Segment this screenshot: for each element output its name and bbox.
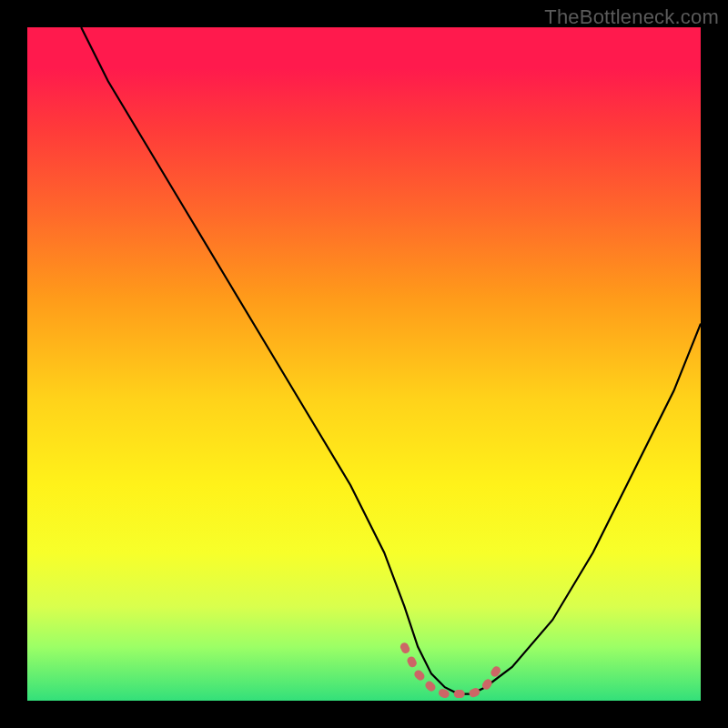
watermark-text: TheBottleneck.com: [544, 5, 719, 29]
chart-svg: [27, 27, 701, 701]
chart-plot-area: [27, 27, 701, 701]
bottleneck-curve-line: [81, 27, 701, 694]
highlight-band-line: [404, 647, 499, 694]
chart-frame: TheBottleneck.com: [0, 0, 728, 728]
